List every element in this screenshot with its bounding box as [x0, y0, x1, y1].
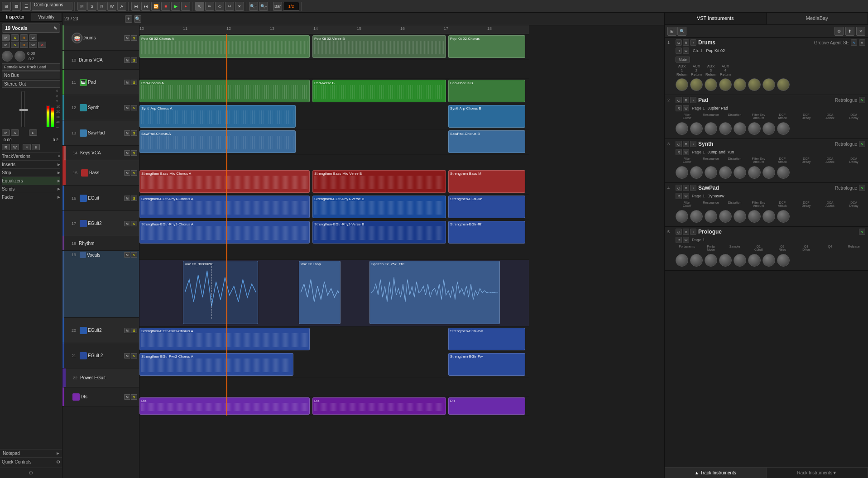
insp-fx-m-btn[interactable]: M	[2, 42, 10, 48]
sawpad-rec-icon[interactable]: R	[683, 185, 689, 191]
prologue-knob-2[interactable]	[690, 254, 703, 267]
bass-m-btn[interactable]: M	[124, 170, 130, 176]
stop-btn[interactable]: ■	[161, 2, 170, 11]
drums-m-btn[interactable]: M	[124, 35, 130, 41]
notepad-section[interactable]: Notepad ▶	[0, 449, 62, 457]
clip-bass-chorus-b[interactable]: Strengthen-Bass-M	[448, 170, 525, 193]
drums-knob-5[interactable]	[734, 78, 746, 91]
clip-dis-2[interactable]: Dis	[312, 397, 446, 415]
clip-bass-verse-b[interactable]: Strengthen-Bass-Mic-Verse B	[312, 170, 446, 193]
routing-out[interactable]: Stereo Out	[2, 80, 60, 88]
volume-handle[interactable]	[19, 109, 28, 111]
visibility-tab[interactable]: Visibility	[31, 13, 62, 21]
drums-knob-8[interactable]	[777, 78, 790, 91]
synth-knob-1[interactable]	[676, 166, 688, 179]
synth-knob-6[interactable]	[748, 166, 761, 179]
sawpad-knob-3[interactable]	[705, 210, 717, 223]
clip-vocals-3[interactable]: Speech Fx_257_Th1	[369, 261, 500, 324]
clip-eguit2-chorus-a[interactable]: Strengthen-EGtr-Rhy2-Chorus A	[139, 221, 310, 244]
vst-hide-btn[interactable]: ✕	[856, 27, 865, 36]
track-header-dis[interactable]: DIs M S	[62, 387, 139, 406]
eguit2-21-s-btn[interactable]: S	[131, 353, 137, 358]
drums-r-icon[interactable]: R	[676, 48, 682, 54]
drums-mute-btn[interactable]: Mute	[676, 57, 690, 62]
sawpad-s-btn[interactable]: S	[131, 130, 137, 136]
clip-sawpad-chorus-a[interactable]: SawPad-Chorus A	[139, 130, 296, 153]
pad-w-icon[interactable]: W	[683, 105, 689, 111]
record-btn[interactable]: ●	[181, 2, 190, 11]
drums-freeze-icon[interactable]: ❄	[859, 39, 865, 46]
pad-r-icon[interactable]: R	[676, 105, 682, 111]
track-header-eguit2[interactable]: 17 EGuit2 M S	[62, 211, 139, 236]
track-header-power-eguit[interactable]: 22 Power EGuit	[62, 368, 139, 387]
pad-knob-8[interactable]	[777, 122, 790, 135]
track-header-bass[interactable]: 15 Bass M S	[62, 160, 139, 186]
clip-vocals-1[interactable]: Vox Fx_38038281	[183, 261, 258, 324]
prologue-w-icon[interactable]: W	[683, 237, 689, 243]
clip-sawpad-chorus-b[interactable]: SawPad-Chorus B	[448, 130, 525, 153]
vst-expand-btn[interactable]: ⬆	[845, 27, 854, 36]
settings-btn[interactable]: ☰	[22, 2, 31, 11]
insp-knob-1[interactable]	[2, 51, 13, 62]
pad-knob-3[interactable]	[705, 122, 717, 135]
vocals-m-btn[interactable]: M	[124, 252, 130, 258]
search-tracks-btn[interactable]: 🔍	[134, 15, 141, 23]
eguit-m-btn[interactable]: M	[124, 196, 130, 201]
prologue-power-icon[interactable]: ⏻	[676, 229, 682, 235]
sawpad-knob-8[interactable]	[777, 210, 790, 223]
zoom-in-btn[interactable]: 🔍+	[249, 2, 258, 11]
clip-eguit-chorus-b[interactable]: Strengthen-EGtr-Rh	[448, 196, 525, 218]
drums-w-icon[interactable]: W	[683, 48, 689, 54]
synth-knob-3[interactable]	[705, 166, 717, 179]
goto-end-btn[interactable]: ⏭	[141, 2, 150, 11]
m-btn[interactable]: M	[77, 2, 86, 11]
prologue-r-icon[interactable]: R	[676, 237, 682, 243]
eguit2-20-m-btn[interactable]: M	[124, 328, 130, 333]
vst-search-btn[interactable]: 🔍	[677, 27, 686, 36]
clip-eguit-pwr1-b[interactable]: Strengthen-EGtr-Pw	[448, 328, 525, 350]
pad-knob-5[interactable]	[734, 122, 746, 135]
pad-m-btn[interactable]: M	[124, 80, 130, 85]
clip-drums-chorus-a[interactable]: Pop Kit 02-Chorus A	[139, 35, 310, 58]
select-tool-btn[interactable]: ↖	[195, 2, 204, 11]
s-btn[interactable]: S	[87, 2, 96, 11]
insp-fx-s-btn[interactable]: S	[11, 42, 19, 48]
track-header-pad[interactable]: 11 🎹 Pad M S	[62, 70, 139, 95]
drums-knob-6[interactable]	[748, 78, 761, 91]
synth-knob-5[interactable]	[734, 166, 746, 179]
prologue-knob-4[interactable]	[719, 254, 732, 267]
ruler-mode-btn[interactable]: Bar	[273, 2, 282, 11]
track-header-eguit2-21[interactable]: 21 EGuit 2 M S	[62, 343, 139, 368]
clip-eguit-verse-b[interactable]: Strengthen-EGtr-Rhy1-Verse B	[312, 196, 446, 218]
track-header-keys-vca[interactable]: 14 Keys VCA M S	[62, 146, 139, 160]
insp-mute-btn[interactable]: M	[2, 34, 10, 41]
track-header-drums[interactable]: 🥁 Drums M S	[62, 25, 139, 51]
pad-knob-1[interactable]	[676, 122, 688, 135]
drums-knob-2[interactable]	[690, 78, 703, 91]
clip-pad-chorus-b[interactable]: Pad-Chorus B	[448, 80, 525, 102]
insp-ms-m[interactable]: M	[2, 129, 10, 136]
insp-r-btn[interactable]: R	[2, 144, 10, 150]
draw-tool-btn[interactable]: ✏	[205, 2, 214, 11]
inspector-gear-icon[interactable]: ⚙	[29, 470, 34, 476]
insp-4-btn[interactable]: 4	[23, 144, 31, 150]
configurations-dropdown[interactable]: Configurations	[32, 2, 72, 11]
pad-midi-icon[interactable]: ♪	[690, 97, 696, 103]
sawpad-knob-7[interactable]	[762, 210, 775, 223]
cycle-btn[interactable]: 🔁	[151, 2, 160, 11]
clip-drums-chorus-b[interactable]: Pop Kit 02-Chorus	[448, 35, 525, 58]
zoom-out-btn[interactable]: 🔍-	[259, 2, 268, 11]
drums-power-icon[interactable]: ⏻	[676, 39, 682, 46]
sawpad-midi-icon[interactable]: ♪	[690, 185, 696, 191]
drums-knob-3[interactable]	[705, 78, 717, 91]
prologue-knob-8[interactable]	[777, 254, 790, 267]
track-header-vocals[interactable]: 19 Vocals M S	[62, 251, 139, 318]
mediabay-tab[interactable]: MediaBay	[767, 13, 868, 24]
synth-edit-icon[interactable]: ✎	[859, 141, 865, 147]
pad-edit-icon[interactable]: ✎	[859, 97, 865, 103]
insp-fx-w-btn[interactable]: W	[29, 42, 37, 48]
volume-slider[interactable]	[21, 91, 25, 127]
sawpad-power-icon[interactable]: ⏻	[676, 185, 682, 191]
drums-edit-icon[interactable]: ✎	[851, 39, 857, 46]
prologue-knob-5[interactable]	[734, 254, 746, 267]
